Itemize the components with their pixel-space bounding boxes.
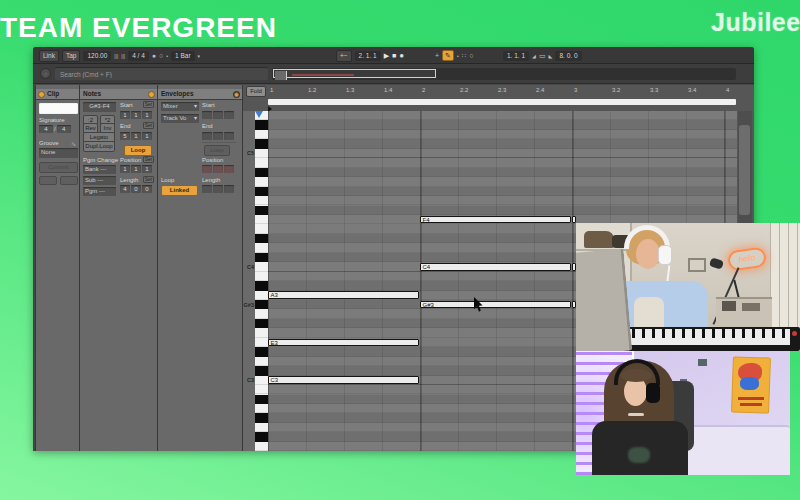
sig-numerator[interactable]: 4 (39, 125, 53, 133)
stop-button[interactable]: ■ (392, 52, 396, 60)
clip-extra-button-1[interactable] (39, 176, 57, 185)
envelopes-panel-dot-icon[interactable]: ◉ (233, 91, 240, 98)
scrollbar-thumb[interactable] (739, 125, 750, 215)
info-circle-icon[interactable]: ○ (40, 68, 51, 79)
groove-swing-icon[interactable]: ∿ (71, 140, 76, 147)
env-start-sixteenth[interactable] (224, 111, 234, 119)
punch-in-icon[interactable]: ◢ (532, 52, 536, 60)
loop-toggle-button[interactable]: Loop (124, 145, 152, 156)
playhead-marker-icon[interactable] (255, 111, 263, 118)
piano-key-G#4[interactable] (255, 187, 268, 196)
overview-selection[interactable] (273, 69, 436, 78)
tap-tempo-button[interactable]: Tap (62, 50, 80, 62)
piano-key-D5[interactable] (255, 130, 268, 139)
loop-start-field[interactable]: 1. 1. 1 (503, 51, 529, 61)
piano-key-B2[interactable] (255, 385, 268, 394)
sig-denominator[interactable]: 4 (57, 125, 71, 133)
tempo-field[interactable]: 120.00 (83, 51, 111, 61)
record-button[interactable]: ● (399, 52, 404, 60)
env-position-beat[interactable] (213, 165, 223, 173)
set-position-button[interactable]: Set (143, 156, 154, 163)
device-chooser[interactable]: Mixer ▾ (161, 102, 199, 111)
env-position-sixteenth[interactable] (224, 165, 234, 173)
control-chooser[interactable]: Track Vo▾ (161, 114, 199, 123)
commit-button[interactable]: Commit (39, 162, 78, 173)
start-beat[interactable]: 1 (131, 111, 141, 119)
piano-key-C3[interactable] (255, 376, 268, 385)
set-end-button[interactable]: Set (143, 122, 154, 129)
env-end-beat[interactable] (213, 132, 223, 140)
end-bar[interactable]: 5 (120, 132, 130, 140)
env-position-value[interactable] (202, 165, 234, 173)
piano-key-C#4[interactable] (255, 253, 268, 262)
env-length-beats[interactable] (213, 185, 223, 193)
follow-button[interactable]: +− (336, 50, 352, 62)
position-bar[interactable]: 1 (120, 165, 130, 173)
env-length-value[interactable] (202, 185, 234, 193)
piano-key-A#2[interactable] (255, 395, 268, 404)
clip-name-field[interactable] (39, 103, 78, 114)
play-button[interactable]: ▶ (384, 52, 389, 60)
beat-time-ruler[interactable]: 11.21.31.422.22.32.433.23.33.44 (243, 85, 737, 98)
loop-switch-icon[interactable]: ▭ (539, 52, 546, 60)
duplicate-loop-button[interactable]: Dupl.Loop (83, 141, 115, 152)
link-button[interactable]: Link (39, 50, 59, 62)
midi-note-F4[interactable]: F4 (420, 216, 571, 224)
start-value[interactable]: 1 1 1 (120, 111, 152, 119)
quantize-menu[interactable]: 1 Bar (171, 51, 195, 61)
env-end-bar[interactable] (202, 132, 212, 140)
env-start-bar[interactable] (202, 111, 212, 119)
env-start-value[interactable] (202, 111, 234, 119)
quantize-chevron-icon[interactable]: ▾ (198, 52, 201, 60)
end-value[interactable]: 5 1 1 (120, 132, 152, 140)
signature-value[interactable]: 4 / 4 (39, 125, 71, 133)
midi-note-A3[interactable]: A3 (268, 291, 419, 299)
sub-select[interactable]: Sub --- (83, 176, 116, 185)
piano-key-G#2[interactable] (255, 413, 268, 422)
clip-extra-button-2[interactable] (60, 176, 78, 185)
set-length-button[interactable]: Set (143, 176, 154, 183)
nudge-up-icon[interactable]: ||| (121, 52, 125, 60)
piano-keys[interactable] (255, 111, 268, 451)
env-length-bars[interactable] (202, 185, 212, 193)
piano-key-A2[interactable] (255, 404, 268, 413)
piano-key-B4[interactable] (255, 158, 268, 167)
pgm-select[interactable]: Pgm --- (83, 187, 116, 196)
capture-midi-icon[interactable]: ∷ (462, 52, 466, 60)
piano-key-D3[interactable] (255, 357, 268, 366)
piano-key-G3[interactable] (255, 309, 268, 318)
env-start-beat[interactable] (213, 111, 223, 119)
end-beat[interactable]: 1 (131, 132, 141, 140)
env-end-value[interactable] (202, 132, 234, 140)
midi-note-G#3[interactable]: G#3 (420, 301, 571, 309)
overview-handle[interactable] (275, 71, 287, 80)
arrangement-overview[interactable] (272, 68, 736, 80)
length-value[interactable]: 4 0 0 (120, 185, 152, 193)
piano-key-A#3[interactable] (255, 281, 268, 290)
length-sixteenths[interactable]: 0 (142, 185, 152, 193)
length-bars[interactable]: 4 (120, 185, 130, 193)
piano-key-F2[interactable] (255, 442, 268, 451)
piano-key-C#5[interactable] (255, 139, 268, 148)
session-record-icon[interactable]: ○ (469, 52, 473, 60)
notes-panel-dot-icon[interactable] (148, 91, 155, 98)
start-sixteenth[interactable]: 1 (142, 111, 152, 119)
piano-key-D#4[interactable] (255, 234, 268, 243)
piano-key-A4[interactable] (255, 177, 268, 186)
time-signature-field[interactable]: 4 / 4 (128, 51, 149, 61)
start-bar[interactable]: 1 (120, 111, 130, 119)
position-value[interactable]: 1 1 1 (120, 165, 152, 173)
loop-length-field[interactable]: 8. 0. 0 (555, 51, 581, 61)
piano-key-D4[interactable] (255, 243, 268, 252)
env-end-sixteenth[interactable] (224, 132, 234, 140)
draw-mode-button[interactable]: ✎ (442, 50, 454, 61)
env-length-sixteenths[interactable] (224, 185, 234, 193)
loop-brace[interactable] (268, 99, 736, 105)
length-beats[interactable]: 0 (131, 185, 141, 193)
piano-key-F#4[interactable] (255, 206, 268, 215)
piano-key-G#3[interactable] (255, 300, 268, 309)
piano-key-G4[interactable] (255, 196, 268, 205)
clip-activator-icon[interactable] (38, 91, 45, 98)
midi-note-E3[interactable]: E3 (268, 339, 419, 347)
end-sixteenth[interactable]: 1 (142, 132, 152, 140)
